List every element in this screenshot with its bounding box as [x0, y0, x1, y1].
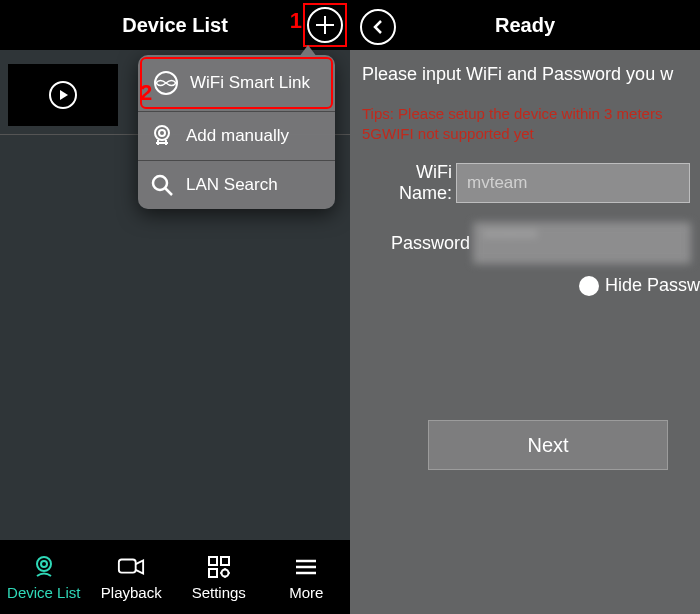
- chevron-left-icon: [370, 19, 386, 35]
- svg-rect-9: [221, 557, 229, 565]
- tab-playback[interactable]: Playback: [88, 540, 176, 614]
- wifi-name-label: WiFi Name:: [362, 162, 456, 204]
- left-header: Device List 1: [0, 0, 350, 50]
- svg-point-3: [153, 176, 167, 190]
- svg-rect-10: [209, 569, 217, 577]
- svg-line-4: [165, 188, 172, 195]
- right-header: Ready: [350, 0, 700, 50]
- tab-device-list-label: Device List: [7, 584, 80, 601]
- tips-text: Tips: Please setup the device within 3 m…: [362, 104, 700, 144]
- tab-playback-label: Playback: [101, 584, 162, 601]
- instruction-text: Please input WiFi and Password you w: [362, 64, 700, 85]
- hide-password-radio[interactable]: [579, 276, 599, 296]
- more-icon: [292, 554, 320, 580]
- hide-password-label: Hide Passw: [605, 275, 700, 296]
- password-input[interactable]: ••••••: [474, 223, 690, 263]
- password-label: Password: [362, 233, 474, 254]
- device-list-screen: Device List 1 2 WiFi Smart Link: [0, 0, 350, 614]
- password-row: Password ••••••: [362, 220, 690, 266]
- tips-line-2: 5GWIFI not supported yet: [362, 124, 700, 144]
- wifi-form: WiFi Name: Password ••••••: [362, 160, 690, 280]
- device-thumbnail[interactable]: [8, 64, 118, 126]
- search-icon: [148, 171, 176, 199]
- add-device-menu: WiFi Smart Link Add manually LAN Search: [138, 55, 335, 209]
- camera-icon: [148, 122, 176, 150]
- menu-lan-search[interactable]: LAN Search: [138, 161, 335, 209]
- annotation-2: 2: [140, 80, 152, 106]
- wifi-setup-screen: Ready Please input WiFi and Password you…: [350, 0, 700, 614]
- wifi-name-input[interactable]: [456, 163, 690, 203]
- menu-lan-search-label: LAN Search: [186, 175, 278, 195]
- right-title: Ready: [495, 14, 555, 37]
- hide-password-row[interactable]: Hide Passw: [350, 275, 700, 296]
- svg-point-11: [221, 569, 228, 576]
- tab-settings-label: Settings: [192, 584, 246, 601]
- svg-point-1: [155, 126, 169, 140]
- bottom-tab-bar: Device List Playback Settings More: [0, 540, 350, 614]
- next-button-label: Next: [527, 434, 568, 457]
- svg-rect-7: [119, 559, 136, 572]
- device-list-icon: [30, 554, 58, 580]
- tab-more-label: More: [289, 584, 323, 601]
- tab-more[interactable]: More: [263, 540, 351, 614]
- wifi-link-icon: [152, 69, 180, 97]
- plus-icon: [307, 7, 343, 43]
- annotation-1: 1: [290, 8, 302, 34]
- left-title: Device List: [122, 14, 228, 37]
- menu-add-manually[interactable]: Add manually: [138, 112, 335, 160]
- tips-line-1: Tips: Please setup the device within 3 m…: [362, 104, 700, 124]
- add-device-button[interactable]: [303, 3, 347, 47]
- svg-point-2: [159, 130, 165, 136]
- tab-device-list[interactable]: Device List: [0, 540, 88, 614]
- tab-settings[interactable]: Settings: [175, 540, 263, 614]
- menu-wifi-smart-link[interactable]: WiFi Smart Link: [140, 57, 333, 109]
- svg-point-6: [41, 561, 47, 567]
- menu-add-manually-label: Add manually: [186, 126, 289, 146]
- back-button[interactable]: [360, 9, 396, 45]
- next-button[interactable]: Next: [428, 420, 668, 470]
- settings-icon: [205, 554, 233, 580]
- svg-point-5: [37, 557, 51, 571]
- svg-rect-8: [209, 557, 217, 565]
- play-icon: [49, 81, 77, 109]
- menu-wifi-smart-link-label: WiFi Smart Link: [190, 73, 310, 93]
- wifi-name-row: WiFi Name:: [362, 160, 690, 206]
- playback-icon: [117, 554, 145, 580]
